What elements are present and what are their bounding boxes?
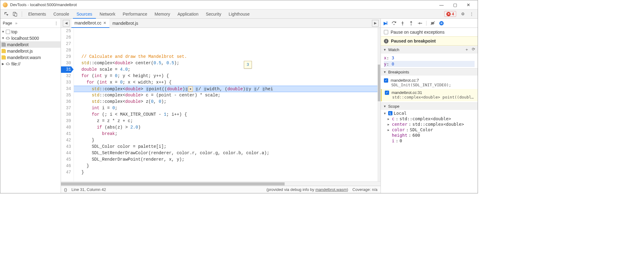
- refresh-icon[interactable]: ⟳: [472, 47, 475, 52]
- chevron-right-icon[interactable]: »: [15, 21, 17, 25]
- step-over-icon[interactable]: [391, 20, 397, 27]
- local-badge-icon: L: [388, 111, 392, 115]
- tree-top[interactable]: ▼top: [0, 28, 61, 35]
- scope-section: ▼Scope ▼LLocal ▶c: std::complex<double>▶…: [381, 103, 478, 145]
- svg-point-3: [402, 24, 403, 25]
- error-icon: ✕: [446, 12, 451, 16]
- tree-file-js[interactable]: mandelbrot.js: [0, 48, 61, 54]
- navigator-more-icon[interactable]: ⋮: [54, 21, 58, 25]
- breakpoints-section: ▼Breakpoints ✓mandelbrot.cc:7SDL_Init(SD…: [381, 69, 478, 103]
- tree-file-mandelbrot[interactable]: mandelbrot: [0, 41, 61, 48]
- svg-rect-6: [439, 21, 444, 25]
- pretty-print-icon[interactable]: {}: [64, 187, 67, 192]
- script-icon: [2, 49, 6, 53]
- debugger-toolbar: ▶: [381, 19, 478, 28]
- breakpoint-item[interactable]: ✓mandelbrot.cc:7SDL_Init(SDL_INIT_VIDEO)…: [381, 77, 478, 89]
- watch-row[interactable]: x: 3: [384, 55, 475, 61]
- breakpoints-header[interactable]: ▼Breakpoints: [381, 69, 478, 76]
- maximize-button[interactable]: ▢: [448, 1, 462, 9]
- page-label[interactable]: Page: [3, 21, 12, 25]
- tree-host[interactable]: ▼localhost:5000: [0, 35, 61, 41]
- tab-performance[interactable]: Performance: [119, 9, 151, 19]
- cloud-icon: [6, 62, 10, 66]
- pause-caught-row[interactable]: Pause on caught exceptions: [381, 28, 478, 36]
- tree-file-scheme[interactable]: ▶file://: [0, 61, 61, 67]
- watch-row[interactable]: y: 0: [384, 61, 475, 67]
- frame-icon: [6, 30, 10, 34]
- inspect-icon[interactable]: [3, 11, 9, 17]
- tree-file-wasm[interactable]: mandelbrot.wasm: [0, 54, 61, 61]
- file-tree: ▼top ▼localhost:5000 mandelbrot mandelbr…: [0, 28, 61, 68]
- settings-icon[interactable]: ⚙: [460, 11, 466, 17]
- scope-variable[interactable]: ▶c: std::complex<double>: [381, 116, 478, 121]
- tab-lighthouse[interactable]: Lighthouse: [225, 9, 253, 19]
- file-tab-cc[interactable]: mandelbrot.cc✕: [71, 19, 109, 28]
- info-icon: i: [384, 39, 388, 43]
- gutter[interactable]: 2526272829303132333435363738394041424344…: [61, 28, 74, 181]
- tab-memory[interactable]: Memory: [151, 9, 174, 19]
- file-tabs: ◀ mandelbrot.cc✕ mandelbrot.js ▶: [61, 19, 381, 28]
- code-editor[interactable]: 2526272829303132333435363738394041424344…: [61, 28, 381, 181]
- vertical-scrollbar[interactable]: [377, 28, 381, 181]
- watch-section: ▼Watch ＋⟳ x: 3y: 0: [381, 46, 478, 69]
- editor-panel: ◀ mandelbrot.cc✕ mandelbrot.js ▶ 2526272…: [61, 19, 381, 193]
- add-watch-icon[interactable]: ＋: [465, 47, 469, 52]
- debug-info: (provided via debug info by mandelbrot.w…: [267, 187, 348, 192]
- tab-network[interactable]: Network: [96, 9, 119, 19]
- titlebar: DevTools - localhost:5000/mandelbrot — ▢…: [0, 0, 478, 9]
- tab-application[interactable]: Application: [174, 9, 202, 19]
- checkbox[interactable]: [384, 30, 388, 34]
- step-into-icon[interactable]: [399, 20, 406, 27]
- scope-variable[interactable]: i: 0: [381, 138, 478, 144]
- navigator-panel: Page » ⋮ ▼top ▼localhost:5000 mandelbrot…: [0, 19, 61, 193]
- error-badge[interactable]: ✕ 4: [444, 11, 456, 17]
- file-tab-js[interactable]: mandelbrot.js: [109, 19, 141, 28]
- close-button[interactable]: ✕: [462, 1, 475, 9]
- svg-rect-8: [442, 22, 442, 24]
- pause-on-exceptions-icon[interactable]: [438, 20, 445, 27]
- deactivate-breakpoints-icon[interactable]: [430, 20, 436, 27]
- coverage-info: Coverage: n/a: [352, 187, 377, 192]
- tab-elements[interactable]: Elements: [25, 9, 50, 19]
- nav-back-icon[interactable]: ◀: [63, 20, 70, 27]
- close-icon[interactable]: ✕: [103, 19, 106, 28]
- tab-sources[interactable]: Sources: [73, 9, 96, 19]
- scope-variable[interactable]: height: 600: [381, 132, 478, 138]
- svg-point-4: [411, 24, 412, 25]
- devtools-window: DevTools - localhost:5000/mandelbrot — ▢…: [0, 0, 478, 193]
- scope-header[interactable]: ▼Scope: [381, 103, 478, 110]
- device-toggle-icon[interactable]: [12, 11, 18, 17]
- cloud-icon: [6, 36, 10, 40]
- checkbox-checked-icon[interactable]: ✓: [384, 78, 388, 83]
- scope-variable[interactable]: ▶center: std::complex<double>: [381, 121, 478, 127]
- status-bar: {} Line 31, Column 42 (provided via debu…: [61, 186, 381, 193]
- nav-fwd-icon[interactable]: ▶: [372, 20, 379, 27]
- code-area[interactable]: // Calculate and draw the Mandelbrot set…: [74, 28, 377, 181]
- svg-rect-1: [15, 13, 17, 16]
- window-title: DevTools - localhost:5000/mandelbrot: [10, 2, 435, 7]
- svg-point-5: [421, 23, 422, 24]
- tab-security[interactable]: Security: [202, 9, 225, 19]
- scope-local-row[interactable]: ▼LLocal: [381, 110, 478, 116]
- checkbox-checked-icon[interactable]: ✓: [385, 91, 389, 95]
- step-icon[interactable]: [416, 20, 423, 27]
- debugger-panel: ▶ Pause on caught exceptions i Paused on…: [381, 19, 478, 193]
- cursor-position: Line 31, Column 42: [71, 187, 106, 192]
- resume-icon[interactable]: ▶: [382, 20, 389, 27]
- navigator-header: Page » ⋮: [0, 19, 61, 28]
- document-icon: [2, 43, 6, 47]
- step-out-icon[interactable]: [408, 20, 415, 27]
- app-icon: [3, 2, 8, 7]
- breakpoint-item[interactable]: ✓mandelbrot.cc:31std::complex<double> po…: [381, 89, 478, 101]
- svg-rect-7: [441, 22, 441, 24]
- paused-banner: i Paused on breakpoint: [381, 36, 478, 46]
- tab-console[interactable]: Console: [50, 9, 73, 19]
- scope-variable[interactable]: ▶color: SDL_Color: [381, 127, 478, 132]
- minimize-button[interactable]: —: [435, 1, 448, 9]
- watch-header[interactable]: ▼Watch ＋⟳: [381, 46, 478, 54]
- more-icon[interactable]: ⋮: [468, 11, 475, 17]
- svg-point-2: [394, 24, 395, 25]
- script-icon: [2, 55, 6, 60]
- value-tooltip: 3: [244, 61, 252, 69]
- horizontal-scrollbar[interactable]: [61, 181, 381, 186]
